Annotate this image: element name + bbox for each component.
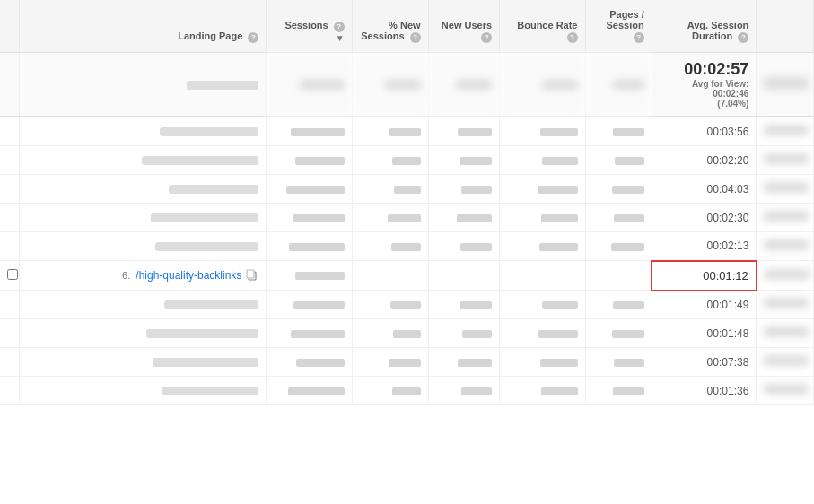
new-users-cell <box>428 377 500 405</box>
avg-session-help-icon[interactable]: ? <box>738 32 748 43</box>
pages-session-cell <box>585 232 652 261</box>
extra-cell <box>757 348 814 377</box>
sessions-sort-icon[interactable]: ▼ <box>336 33 345 43</box>
new-users-cell-bar <box>460 157 492 165</box>
row-checkbox-cell <box>0 175 19 204</box>
new-users-cell-bar <box>457 214 492 222</box>
new-sessions-cell <box>352 117 428 146</box>
sessions-cell <box>267 204 352 232</box>
table-row: 00:01:36 <box>0 377 814 405</box>
avg-session-cell: 00:07:38 <box>652 348 757 377</box>
bounce-rate-cell-bar <box>539 243 578 251</box>
avg-session-cell: 00:01:49 <box>652 291 757 319</box>
pages-session-cell-bar <box>612 186 644 194</box>
table-row: 00:03:56 <box>0 117 814 146</box>
new-sessions-cell <box>352 291 428 319</box>
new-users-cell-bar <box>461 387 492 395</box>
analytics-table: Landing Page ? Sessions ? ▼ % New Sessio… <box>0 0 814 504</box>
new-users-cell <box>428 261 500 291</box>
table-row: 00:01:49 <box>0 291 814 319</box>
new-sessions-header: % New Sessions ? <box>352 0 428 53</box>
bounce-rate-cell <box>500 291 585 319</box>
new-sessions-cell <box>352 146 428 175</box>
landing-page-blurred <box>162 387 258 395</box>
summary-new-users <box>428 53 500 117</box>
new-users-help-icon[interactable]: ? <box>481 32 492 43</box>
new-sessions-cell-bar <box>392 387 421 395</box>
extra-cell <box>757 377 814 405</box>
avg-session-cell: 00:02:20 <box>652 146 757 175</box>
landing-page-cell <box>19 146 267 175</box>
new-sessions-help-icon[interactable]: ? <box>410 32 421 43</box>
bounce-rate-help-icon[interactable]: ? <box>567 32 578 43</box>
new-sessions-cell-bar <box>390 301 421 309</box>
landing-page-blurred <box>142 156 258 165</box>
avg-for-view-label: Avg for View: <box>692 79 748 89</box>
landing-page-cell: 6./high-quality-backlinks <box>19 261 267 291</box>
new-sessions-cell <box>352 175 428 204</box>
table-row: 00:07:38 <box>0 348 814 377</box>
new-users-cell-bar <box>461 186 492 194</box>
extra-cell <box>757 291 814 319</box>
table-row: 6./high-quality-backlinks00:01:12 <box>0 261 814 291</box>
pages-session-cell-bar <box>614 214 644 222</box>
landing-page-cell <box>19 204 267 232</box>
bounce-rate-cell-bar <box>540 128 578 136</box>
avg-session-cell: 00:01:36 <box>652 377 757 405</box>
bounce-rate-cell <box>500 319 585 348</box>
extra-blurred-bar <box>764 355 809 366</box>
new-sessions-cell-bar <box>391 243 421 251</box>
pages-session-cell-bar <box>614 359 644 367</box>
bounce-rate-cell-bar <box>540 359 578 367</box>
landing-page-cell <box>19 232 267 261</box>
sessions-cell-bar <box>291 128 345 136</box>
new-sessions-cell-bar <box>389 359 421 367</box>
svg-rect-1 <box>247 270 254 278</box>
extra-blurred-bar <box>764 182 809 193</box>
row-checkbox-cell <box>0 146 19 175</box>
summary-new-sessions-bar <box>385 81 421 89</box>
extra-cell <box>757 175 814 204</box>
sessions-cell <box>267 117 352 146</box>
sessions-cell-bar <box>286 186 345 194</box>
summary-sessions-bar <box>300 81 345 89</box>
row-checkbox-cell <box>0 117 19 146</box>
sessions-cell <box>267 377 352 405</box>
summary-pages <box>585 53 652 117</box>
bounce-rate-cell <box>500 232 585 261</box>
copy-icon[interactable] <box>246 269 258 282</box>
new-users-cell <box>428 175 500 204</box>
extra-blurred-bar <box>764 211 809 222</box>
new-sessions-cell <box>352 204 428 232</box>
extra-blurred-bar <box>764 326 809 337</box>
bounce-rate-cell <box>500 377 585 405</box>
table-row: 00:02:13 <box>0 232 814 261</box>
sessions-help-icon[interactable]: ? <box>334 22 345 32</box>
new-users-cell <box>428 117 500 146</box>
new-sessions-cell <box>352 261 428 291</box>
avg-session-cell: 00:02:13 <box>652 232 757 261</box>
summary-label-cell <box>19 53 267 117</box>
summary-extra-blurred <box>764 77 809 90</box>
extra-cell <box>757 204 814 232</box>
landing-page-help-icon[interactable]: ? <box>248 32 258 43</box>
new-users-cell <box>428 204 500 232</box>
summary-checkbox-cell <box>0 53 19 117</box>
new-sessions-cell-bar <box>394 186 421 194</box>
row-checkbox-cell <box>0 348 19 377</box>
landing-page-blurred <box>151 213 258 222</box>
avg-session-header: Avg. Session Duration ? <box>652 0 757 53</box>
pages-session-cell <box>585 117 652 146</box>
new-users-cell-bar <box>458 359 492 367</box>
landing-page-link[interactable]: /high-quality-backlinks <box>136 269 241 282</box>
new-sessions-cell-bar <box>392 157 421 165</box>
pages-session-help-icon[interactable]: ? <box>634 32 644 43</box>
avg-pct: (7.04%) <box>717 99 748 109</box>
row-checkbox[interactable] <box>7 269 18 280</box>
new-users-header: New Users ? <box>428 0 500 53</box>
extra-cell <box>757 117 814 146</box>
row-number: 6. <box>122 270 130 281</box>
new-sessions-cell-bar <box>388 214 421 222</box>
landing-page-cell <box>19 175 267 204</box>
landing-page-blurred <box>155 242 258 251</box>
